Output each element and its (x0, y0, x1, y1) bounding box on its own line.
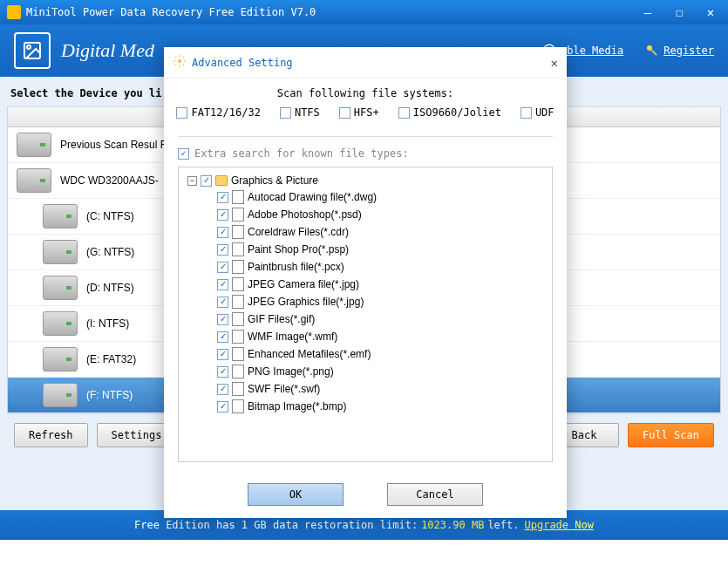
app-icon (7, 5, 21, 19)
tree-filetype-node[interactable]: JPEG Graphics file(*.jpg) (182, 293, 548, 310)
dialog-close-button[interactable]: ✕ (551, 56, 558, 70)
ok-button[interactable]: OK (248, 483, 344, 506)
tree-filetype-node[interactable]: Adobe Photoshop(*.psd) (182, 206, 548, 223)
tree-filetype-node[interactable]: Bitmap Image(*.bmp) (182, 398, 548, 415)
drive-icon (43, 204, 78, 228)
close-button[interactable]: ✕ (700, 3, 721, 21)
tree-checkbox[interactable] (217, 384, 228, 395)
drive-label: (I: NTFS) (86, 317, 129, 330)
dialog-title: Advanced Setting (192, 57, 293, 69)
file-icon (232, 190, 244, 204)
file-icon (232, 330, 244, 344)
tree-filetype-node[interactable]: Paint Shop Pro(*.psp) (182, 241, 548, 258)
filesystem-checkbox[interactable] (398, 107, 410, 119)
filesystem-option[interactable]: HFS+ (339, 106, 379, 119)
svg-point-5 (178, 59, 181, 63)
refresh-button[interactable]: Refresh (14, 423, 88, 447)
tree-checkbox[interactable] (217, 349, 228, 360)
tree-checkbox[interactable] (217, 279, 228, 290)
advanced-setting-dialog: Advanced Setting ✕ Scan following file s… (164, 47, 567, 518)
tree-filetype-label: Adobe Photoshop(*.psd) (248, 208, 362, 221)
tree-filetype-node[interactable]: WMF Image(*.wmf) (182, 328, 548, 345)
tree-checkbox[interactable] (217, 401, 228, 413)
tree-checkbox[interactable] (217, 262, 228, 273)
tree-filetype-label: WMF Image(*.wmf) (248, 331, 337, 343)
filesystem-label: FAT12/16/32 (191, 106, 260, 119)
filesystem-option[interactable]: NTFS (280, 106, 320, 119)
tree-checkbox[interactable] (201, 175, 212, 187)
drive-icon (43, 347, 78, 372)
footer-limit: 1023.90 MB (421, 519, 484, 531)
svg-point-4 (647, 45, 652, 51)
drive-label: (E: FAT32) (86, 353, 136, 365)
tree-filetype-label: Autocad Drawing file(*.dwg) (248, 191, 377, 203)
tree-checkbox[interactable] (217, 366, 228, 378)
full-scan-button[interactable]: Full Scan (628, 423, 714, 447)
tree-filetype-node[interactable]: SWF File(*.swf) (182, 380, 548, 398)
folder-icon (215, 175, 228, 186)
tree-filetype-label: Paint Shop Pro(*.psp) (248, 243, 349, 256)
dialog-titlebar: Advanced Setting ✕ (164, 47, 567, 78)
file-icon (232, 260, 244, 274)
drive-icon (17, 133, 51, 157)
drive-icon (43, 240, 78, 264)
tree-collapse-icon[interactable]: − (187, 176, 197, 186)
drive-icon (17, 168, 51, 193)
gear-icon (173, 54, 187, 71)
drive-label: WDC WD3200AAJS- (60, 174, 159, 187)
module-title: Digital Med (61, 39, 154, 62)
tree-filetype-label: Enhanced Metafiles(*.emf) (248, 348, 371, 360)
tree-filetype-node[interactable]: PNG Image(*.png) (182, 363, 548, 380)
tree-checkbox[interactable] (217, 192, 228, 203)
filesystem-option[interactable]: UDF (520, 106, 555, 119)
dialog-footer: OK Cancel (164, 471, 567, 518)
filesystem-checkbox[interactable] (280, 107, 291, 119)
tree-filetype-label: JPEG Camera file(*.jpg) (248, 278, 359, 290)
drive-label: (F: NTFS) (86, 389, 133, 401)
file-icon (232, 365, 244, 378)
file-icon (232, 312, 244, 326)
filesystem-option[interactable]: FAT12/16/32 (176, 106, 260, 119)
filetype-tree-scroll[interactable]: − Graphics & Picture Autocad Drawing fil… (179, 167, 552, 461)
tree-checkbox[interactable] (217, 209, 228, 221)
register-link[interactable]: Register (644, 43, 714, 58)
filesystem-checkbox[interactable] (339, 107, 350, 119)
module-icon (14, 32, 51, 69)
drive-label: (D: NTFS) (86, 282, 134, 294)
filesystem-checkbox[interactable] (176, 107, 187, 119)
footer-prefix: Free Edition has 1 GB data restoration l… (134, 519, 418, 531)
tree-checkbox[interactable] (217, 314, 228, 325)
extra-search-checkbox[interactable] (178, 148, 189, 160)
tree-filetype-label: Coreldraw Files(*.cdr) (248, 226, 349, 238)
tree-checkbox[interactable] (217, 331, 228, 343)
window-title: MiniTool Power Data Recovery Free Editio… (26, 6, 316, 18)
file-icon (232, 347, 244, 361)
tree-filetype-label: PNG Image(*.png) (248, 365, 334, 378)
tree-filetype-label: Bitmap Image(*.bmp) (248, 400, 346, 413)
drive-label: (G: NTFS) (86, 246, 134, 258)
tree-filetype-node[interactable]: Autocad Drawing file(*.dwg) (182, 188, 548, 206)
filesystem-option[interactable]: ISO9660/Joliet (398, 106, 501, 119)
titlebar: MiniTool Power Data Recovery Free Editio… (0, 0, 728, 24)
tree-category-node[interactable]: − Graphics & Picture (182, 173, 548, 188)
tree-filetype-node[interactable]: Coreldraw Files(*.cdr) (182, 223, 548, 241)
cancel-button[interactable]: Cancel (387, 483, 483, 506)
tree-checkbox[interactable] (217, 244, 228, 256)
key-icon (644, 43, 660, 58)
tree-checkbox[interactable] (217, 227, 228, 238)
tree-filetype-node[interactable]: GIF Files(*.gif) (182, 310, 548, 328)
maximize-button[interactable]: ☐ (669, 3, 690, 21)
upgrade-link[interactable]: Upgrade Now (525, 519, 594, 531)
tree-checkbox[interactable] (217, 297, 228, 308)
drive-icon (43, 311, 78, 336)
file-icon (232, 277, 244, 291)
svg-point-1 (27, 45, 31, 49)
tree-filetype-node[interactable]: Paintbrush file(*.pcx) (182, 258, 548, 276)
minimize-button[interactable]: — (637, 3, 658, 21)
tree-filetype-node[interactable]: JPEG Camera file(*.jpg) (182, 276, 548, 293)
file-icon (232, 295, 244, 309)
filesystem-checkbox[interactable] (520, 107, 532, 119)
filetype-tree: − Graphics & Picture Autocad Drawing fil… (178, 167, 553, 462)
tree-filetype-node[interactable]: Enhanced Metafiles(*.emf) (182, 345, 548, 363)
file-icon (232, 382, 244, 396)
